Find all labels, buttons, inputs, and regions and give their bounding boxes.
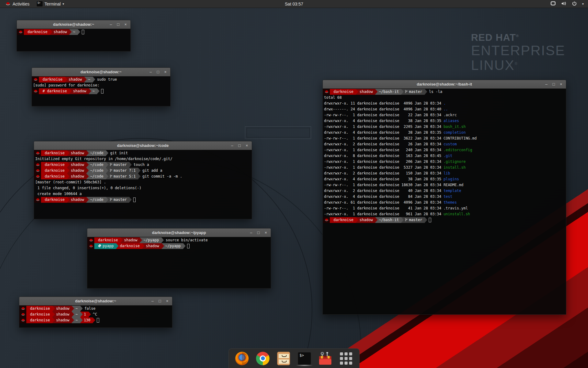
segment-label: shadow (54, 30, 67, 34)
prompt-segment-git: master (401, 217, 424, 223)
segment-label: shadow (56, 318, 69, 322)
prompt-segment-path: ~/bash-it (375, 217, 401, 223)
ls-row: drwxrwxr-x. 8 darknoise darknoise 163 Ja… (323, 153, 566, 159)
maximize-button[interactable]: □ (115, 20, 122, 29)
terminal-content[interactable]: darknoiseshadow~/bash-itmasterls -latota… (323, 89, 566, 314)
ls-row: drwxrwxr-x. 4 darknoise darknoise 38 Jan… (323, 130, 566, 136)
prompt-segment-user: darknoise (116, 243, 142, 249)
redhat-icon (20, 317, 26, 323)
window-titlebar[interactable]: darknoise@shadow:~–□× (32, 68, 170, 76)
ls-row: drwxrwxr-x. 4 darknoise darknoise 38 Jan… (323, 118, 566, 124)
close-button[interactable]: × (262, 228, 270, 237)
output-text: -rwxrwxr-x. 1 darknoise darknoise 240 Ja… (323, 148, 443, 152)
terminal-window: darknoise@shadow:~–□×darknoiseshadow~sud… (32, 67, 171, 106)
ls-filename: uninstall.sh (443, 212, 470, 216)
maximize-button[interactable]: □ (236, 141, 243, 150)
segment-label: master (409, 218, 422, 222)
terminal-content[interactable]: darknoiseshadow~falsedarknoiseshadow~1^C… (19, 305, 172, 328)
ls-filename: .editorconfig (443, 148, 472, 152)
prompt-segment-user: darknoise (24, 29, 50, 35)
ls-row: drwxrwxr-x. 2 darknoise darknoise 40 Jan… (323, 188, 566, 194)
window-titlebar[interactable]: darknoise@shadow:~–□× (17, 20, 130, 29)
terminal-dock-icon[interactable]: $> (297, 351, 311, 366)
segment-label: ~ (75, 318, 77, 322)
close-button[interactable]: × (122, 20, 129, 29)
segment-label: ~ (73, 30, 75, 34)
command-text: git init (110, 150, 128, 156)
ls-row: drwxrwxr-x. 4 darknoise darknoise 84 Jan… (323, 194, 566, 200)
terminal-content[interactable]: darknoiseshadow~/pyappsource bin/activat… (87, 237, 271, 288)
segment-label: master (409, 90, 422, 94)
minimize-button[interactable]: – (147, 68, 154, 76)
activities-button[interactable]: Activities (4, 0, 31, 8)
rhel-watermark: RED HAT® ENTERPRISE LINUX® (471, 32, 565, 72)
close-button[interactable]: × (162, 68, 169, 76)
terminal-window: darknoise@shadow:~–□×darknoiseshadow~ (17, 20, 131, 52)
prompt-segment-git: master S:1 (106, 174, 138, 179)
ls-row: drwx------. 24 darknoise darknoise 4096 … (323, 106, 566, 112)
terminal-cursor (187, 244, 190, 248)
ls-filename: .. (443, 107, 448, 111)
terminal-content[interactable]: darknoiseshadow~/codegit initInitialized… (34, 150, 252, 219)
maximize-button[interactable]: □ (255, 228, 262, 237)
ls-filename: .gitignore (443, 159, 466, 164)
output-line: Initialized empty Git repository in /hom… (34, 156, 252, 162)
minimize-button[interactable]: – (107, 20, 115, 29)
prompt-line: darknoiseshadow~130 (20, 317, 172, 323)
files-dock-icon[interactable] (277, 351, 291, 366)
output-text: -rw-rw-r--. 1 darknoise darknoise 18630 … (323, 183, 443, 187)
app-menu-button[interactable]: $> Terminal ▾ (34, 0, 66, 8)
chevron-down-icon: ▾ (582, 2, 584, 6)
chrome-dock-icon[interactable] (256, 351, 270, 366)
segment-label: shadow (124, 238, 137, 242)
window-titlebar[interactable]: darknoise@shadow:~/pyapp–□× (87, 228, 271, 237)
maximize-button[interactable]: □ (154, 68, 162, 76)
window-title: darknoise@shadow:~/pyapp (87, 228, 271, 237)
ls-row: drwxrwxr-x. 61 darknoise darknoise 4096 … (323, 200, 566, 205)
window-titlebar[interactable]: darknoise@shadow:~/code–□× (34, 141, 252, 150)
segment-label: darknoise (30, 318, 50, 322)
ls-filename: bash_it.sh (443, 125, 466, 129)
segment-label: ~/code (90, 151, 103, 155)
prompt-segment-host: shadow (52, 317, 72, 323)
close-button[interactable]: × (164, 297, 171, 305)
topbar-clock[interactable]: Sat 03:57 (285, 2, 303, 6)
segment-label: ~/code (90, 163, 103, 167)
brand-line-2: ENTERPRISE (471, 43, 565, 58)
terminal-content[interactable]: darknoiseshadow~sudo true[sudo] password… (32, 76, 170, 106)
output-text: 1 file changed, 0 insertions(+), 0 delet… (34, 186, 141, 190)
minimize-button[interactable]: – (228, 141, 236, 150)
maximize-button[interactable]: □ (550, 80, 557, 89)
firefox-dock-icon[interactable] (235, 351, 249, 366)
app-grid-dock-icon[interactable] (339, 351, 353, 366)
window-titlebar[interactable]: darknoise@shadow:~–□× (19, 297, 172, 305)
prompt-line: darknoiseshadow~/codegit init (34, 150, 252, 156)
ls-row: -rwxrwxr-x. 1 darknoise darknoise 2205 J… (323, 124, 566, 130)
prompt-segment-host: shadow (65, 77, 84, 82)
command-text: git commit -a -m . (142, 174, 182, 179)
prompt-segment-host: shadow (67, 162, 86, 168)
ls-row: drwxrwxr-x. 2 darknoise darknoise 150 Ja… (323, 171, 566, 176)
segment-label: darknoise (30, 312, 50, 316)
system-menu[interactable]: ▾ (551, 1, 588, 7)
close-button[interactable]: × (243, 141, 251, 150)
output-text: drwxrwxr-x. 2 darknoise darknoise 150 Ja… (323, 171, 443, 175)
close-button[interactable]: × (557, 80, 565, 89)
prompt-segment-host: shadow (67, 168, 86, 174)
minimize-button[interactable]: – (247, 228, 255, 237)
ls-row: -rw-rw-r--. 1 darknoise darknoise 3622 J… (323, 136, 566, 141)
terminal-content[interactable]: darknoiseshadow~ (17, 29, 130, 51)
prompt-segment-path: ~/code (86, 174, 106, 179)
minimize-button[interactable]: – (543, 80, 550, 89)
prompt-segment-host: shadow (67, 150, 86, 156)
command-text: touch a (134, 162, 149, 168)
minimize-button[interactable]: – (149, 297, 156, 305)
command-text: ls -la (429, 89, 442, 95)
window-titlebar[interactable]: darknoise@shadow:~/bash-it–□× (323, 80, 566, 89)
terminal-cursor (133, 197, 136, 202)
terminal-cursor (97, 318, 99, 323)
segment-label: shadow (360, 218, 373, 222)
segment-label: darknoise (45, 174, 65, 178)
toolbox-dock-icon[interactable] (318, 351, 332, 366)
maximize-button[interactable]: □ (156, 297, 164, 305)
